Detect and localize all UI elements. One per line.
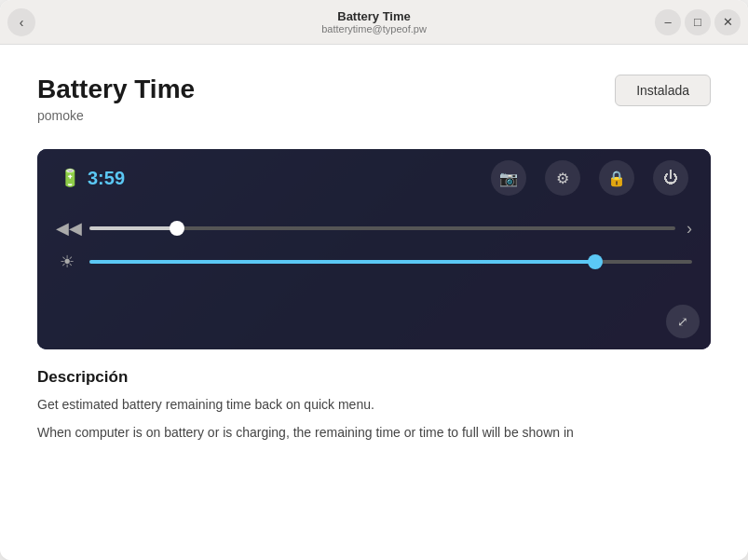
app-name: Battery Time (37, 75, 195, 104)
description-text-1: Get estimated battery remaining time bac… (37, 394, 711, 415)
titlebar-title: Battery Time (321, 9, 427, 24)
volume-icon: ◀◀ (56, 218, 78, 239)
screenshot-image: 🔋 3:59 📷 ⚙ 🔒 (37, 149, 711, 349)
back-icon: ‹ (20, 15, 24, 30)
lock-icon-btn[interactable]: 🔒 (599, 160, 634, 196)
minimize-button[interactable]: – (655, 9, 681, 35)
brightness-slider-thumb (588, 254, 603, 269)
camera-icon: 📷 (499, 170, 518, 187)
main-content: Battery Time pomoke Instalada 🔋 3:59 (0, 45, 748, 560)
app-window: ‹ Battery Time batterytime@typeof.pw – □… (0, 0, 748, 560)
battery-time-display: 🔋 3:59 (60, 168, 125, 189)
screenshot-wrapper: 🔋 3:59 📷 ⚙ 🔒 (37, 149, 711, 349)
description-section: Descripción Get estimated battery remain… (37, 368, 711, 444)
brightness-slider-track[interactable] (89, 260, 692, 264)
description-text-2: When computer is on battery or is chargi… (37, 422, 711, 443)
settings-icon: ⚙ (556, 170, 569, 187)
maximize-button[interactable]: □ (685, 9, 711, 35)
minimize-icon: – (664, 15, 671, 29)
app-info: Battery Time pomoke (37, 75, 195, 123)
settings-icon-btn[interactable]: ⚙ (545, 160, 580, 196)
volume-slider-row: ◀◀ › (56, 218, 692, 239)
expand-icon: ⤢ (677, 314, 688, 329)
titlebar: ‹ Battery Time batterytime@typeof.pw – □… (0, 0, 748, 45)
lock-icon: 🔒 (607, 170, 626, 187)
camera-icon-btn[interactable]: 📷 (491, 160, 526, 196)
qs-sliders: ◀◀ › ☀ (37, 207, 711, 349)
close-icon: ✕ (723, 15, 733, 29)
back-button[interactable]: ‹ (7, 8, 35, 36)
titlebar-center: Battery Time batterytime@typeof.pw (321, 9, 427, 35)
brightness-icon: ☀ (56, 252, 78, 272)
power-icon-btn[interactable]: ⏻ (653, 160, 688, 196)
titlebar-left: ‹ (7, 8, 35, 36)
brightness-slider-fill (89, 260, 595, 264)
power-icon: ⏻ (663, 170, 678, 186)
qs-top-bar: 🔋 3:59 📷 ⚙ 🔒 (37, 149, 711, 207)
maximize-icon: □ (694, 15, 701, 29)
brightness-slider-row: ☀ (56, 252, 692, 272)
titlebar-subtitle: batterytime@typeof.pw (321, 23, 427, 34)
battery-time-text: 3:59 (88, 168, 125, 189)
description-title: Descripción (37, 368, 711, 387)
battery-icon: 🔋 (60, 168, 80, 188)
titlebar-right: – □ ✕ (655, 9, 741, 35)
expand-button[interactable]: ⤢ (666, 305, 700, 338)
app-author: pomoke (37, 108, 195, 123)
qs-top-icons: 📷 ⚙ 🔒 ⏻ (491, 160, 688, 196)
app-header: Battery Time pomoke Instalada (37, 75, 711, 123)
install-button[interactable]: Instalada (615, 75, 711, 106)
volume-slider-track[interactable] (89, 226, 675, 230)
volume-slider-thumb (170, 221, 184, 236)
volume-slider-fill (89, 226, 177, 230)
close-button[interactable]: ✕ (714, 9, 741, 35)
qs-panel: 🔋 3:59 📷 ⚙ 🔒 (37, 149, 711, 349)
volume-arrow-icon: › (687, 219, 692, 239)
